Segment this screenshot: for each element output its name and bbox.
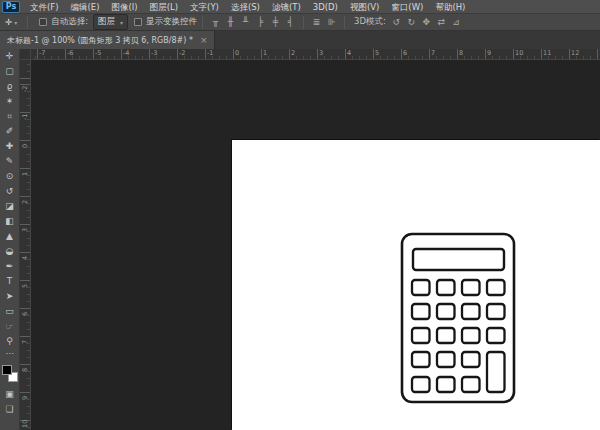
lasso-tool[interactable]: ϱ bbox=[0, 79, 20, 94]
menu-item-s[interactable]: 选择(S) bbox=[225, 0, 266, 14]
menu-item-v[interactable]: 视图(V) bbox=[344, 0, 385, 14]
quick-selection-tool[interactable]: ✶ bbox=[0, 94, 20, 109]
blur-tool[interactable]: ▲ bbox=[0, 229, 20, 244]
ruler-label: -1 bbox=[207, 49, 213, 57]
distribute-vertical-icon[interactable]: ≣ bbox=[310, 15, 323, 30]
distribute-horizontal-icon[interactable]: ⊪ bbox=[325, 15, 338, 30]
menu-item-e[interactable]: 编辑(E) bbox=[65, 0, 106, 14]
chevron-down-icon: ▾ bbox=[14, 19, 17, 26]
history-brush-tool[interactable]: ↺ bbox=[0, 184, 20, 199]
menu-item-h[interactable]: 帮助(H) bbox=[429, 0, 471, 14]
move-tool[interactable]: ✛ bbox=[0, 49, 20, 64]
calculator-button bbox=[462, 377, 480, 392]
screen-mode-button[interactable]: ❏ bbox=[0, 402, 20, 417]
clone-stamp-tool[interactable]: ⊙ bbox=[0, 169, 20, 184]
gradient-tool[interactable]: ◧ bbox=[0, 214, 20, 229]
ruler-label: 7 bbox=[431, 49, 435, 57]
rectangle-tool[interactable]: ▭ bbox=[0, 304, 20, 319]
ruler-label: 4 bbox=[347, 49, 351, 57]
align-horizontal-centers-icon[interactable]: ╪ bbox=[269, 15, 282, 30]
menu-item-l[interactable]: 图层(L) bbox=[144, 0, 184, 14]
edit-toolbar-button[interactable]: ⋯ bbox=[0, 349, 20, 361]
calculator-button bbox=[462, 352, 480, 367]
tool-preset-picker[interactable]: ✛ ▾ bbox=[0, 17, 22, 27]
3d-roll-icon[interactable]: ↻ bbox=[405, 15, 418, 30]
divider bbox=[344, 16, 345, 29]
calculator-button bbox=[437, 352, 455, 367]
close-icon[interactable]: × bbox=[200, 35, 208, 45]
auto-select-dropdown[interactable]: 图层 ▾ bbox=[93, 14, 128, 30]
ruler-label: 0 bbox=[21, 144, 29, 148]
marquee-tool[interactable]: ▢ bbox=[0, 64, 20, 79]
foreground-color-swatch[interactable] bbox=[2, 365, 12, 375]
menu-bar: Ps 文件(F)编辑(E)图像(I)图层(L)文字(Y)选择(S)滤镜(T)3D… bbox=[0, 0, 600, 14]
menu-item-w[interactable]: 窗口(W) bbox=[385, 0, 429, 14]
ruler-label: 1 bbox=[21, 172, 29, 176]
calculator-button bbox=[412, 328, 430, 343]
ruler-label: 3 bbox=[21, 228, 29, 232]
photoshop-logo[interactable]: Ps bbox=[2, 1, 20, 13]
calculator-button bbox=[462, 280, 480, 295]
pen-tool[interactable]: ✒ bbox=[0, 259, 20, 274]
dodge-tool[interactable]: ◒ bbox=[0, 244, 20, 259]
3d-drag-icon[interactable]: ✥ bbox=[420, 15, 433, 30]
calculator-button bbox=[412, 352, 430, 367]
ruler-label: -4 bbox=[123, 49, 129, 57]
calculator-button bbox=[487, 304, 505, 319]
ruler-label: -2 bbox=[21, 86, 29, 92]
healing-brush-tool[interactable]: ✚ bbox=[0, 139, 20, 154]
document-canvas[interactable] bbox=[232, 140, 600, 430]
calculator-tall-button bbox=[487, 352, 505, 392]
calculator-button bbox=[437, 304, 455, 319]
brush-tool[interactable]: ✎ bbox=[0, 154, 20, 169]
menu-item-y[interactable]: 文字(Y) bbox=[184, 0, 225, 14]
calculator-button bbox=[412, 377, 430, 392]
menu-item-i[interactable]: 图像(I) bbox=[106, 0, 144, 14]
divider bbox=[303, 16, 304, 29]
path-selection-tool[interactable]: ➤ bbox=[0, 289, 20, 304]
align-right-edges-icon[interactable]: ╡ bbox=[284, 15, 297, 30]
align-left-edges-icon[interactable]: ╞ bbox=[254, 15, 267, 30]
calculator-button bbox=[412, 280, 430, 295]
type-tool[interactable]: T bbox=[0, 274, 20, 289]
3d-scale-icon[interactable]: ⊿ bbox=[450, 15, 463, 30]
align-top-edges-icon[interactable]: ╥ bbox=[209, 15, 222, 30]
top-ruler[interactable]: -7-6-5-4-3-2-1012345678910111213 bbox=[31, 49, 600, 60]
quick-mask-button[interactable]: ▣ bbox=[0, 387, 20, 402]
divider bbox=[27, 16, 28, 29]
calculator-button bbox=[437, 377, 455, 392]
ruler-label: 9 bbox=[21, 396, 29, 400]
ruler-label: -2 bbox=[179, 49, 185, 57]
ruler-label: 8 bbox=[459, 49, 463, 57]
auto-select-checkbox[interactable] bbox=[39, 18, 47, 26]
3d-mode-label: 3D模式: bbox=[354, 16, 386, 28]
ruler-origin-corner[interactable] bbox=[20, 49, 31, 60]
eyedropper-tool[interactable]: ✐ bbox=[0, 124, 20, 139]
menu-item-f[interactable]: 文件(F) bbox=[24, 0, 65, 14]
show-transform-controls-checkbox[interactable] bbox=[134, 18, 142, 26]
ruler-label: 5 bbox=[375, 49, 379, 57]
left-ruler[interactable]: -2-1012345678910 bbox=[20, 60, 31, 430]
document-tab[interactable]: 未标题-1 @ 100% (圆角矩形 3 拷贝 6, RGB/8#) * × bbox=[0, 31, 215, 49]
ruler-label: 2 bbox=[291, 49, 295, 57]
photoshop-window: Ps 文件(F)编辑(E)图像(I)图层(L)文字(Y)选择(S)滤镜(T)3D… bbox=[0, 0, 600, 430]
align-bottom-edges-icon[interactable]: ╨ bbox=[239, 15, 252, 30]
auto-select-value: 图层 bbox=[98, 16, 115, 28]
ruler-label: 6 bbox=[21, 312, 29, 316]
ruler-label: -5 bbox=[95, 49, 101, 57]
ruler-label: 11 bbox=[543, 49, 551, 57]
ruler-label: -3 bbox=[151, 49, 157, 57]
ruler-label: 12 bbox=[571, 49, 579, 57]
zoom-tool[interactable]: ⚲ bbox=[0, 334, 20, 349]
menu-item-t[interactable]: 滤镜(T) bbox=[266, 0, 307, 14]
eraser-tool[interactable]: ◪ bbox=[0, 199, 20, 214]
hand-tool[interactable]: ☞ bbox=[0, 319, 20, 334]
options-bar: ✛ ▾ 自动选择: 图层 ▾ 显示变换控件 ╥╫╨╞╪╡ ≣⊪ 3D模式: ↺↻… bbox=[0, 14, 600, 31]
color-swatches bbox=[1, 363, 19, 387]
calculator-button bbox=[437, 280, 455, 295]
3d-slide-icon[interactable]: ⇄ bbox=[435, 15, 448, 30]
3d-rotate-icon[interactable]: ↺ bbox=[390, 15, 403, 30]
crop-tool[interactable]: ⌗ bbox=[0, 109, 20, 124]
menu-item-3dd[interactable]: 3D(D) bbox=[307, 0, 344, 14]
align-vertical-centers-icon[interactable]: ╫ bbox=[224, 15, 237, 30]
